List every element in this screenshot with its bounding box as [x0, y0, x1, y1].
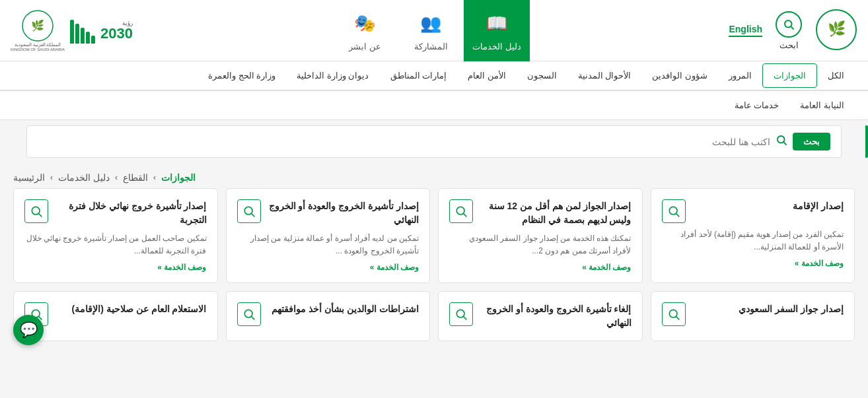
- card-desc-2: تمكنك هذه الخدمة من إصدار جواز السفر الس…: [449, 232, 632, 257]
- nav-bar-item-niyaba[interactable]: النيابة العامة: [789, 94, 855, 117]
- nav-bar-item-muroor[interactable]: المرور: [718, 64, 762, 87]
- breadcrumb-sep-2: ›: [115, 173, 118, 182]
- nav-item-daleel-label-active: دليل الخدمات: [472, 42, 521, 51]
- search-icon: [776, 11, 802, 38]
- bars-chart: [70, 17, 95, 44]
- card-istialam-salahiya: الاستعلام العام عن صلاحية (الإقامة): [13, 291, 218, 341]
- people-icon: 👥: [417, 10, 445, 38]
- nav-bar-item-wafideen[interactable]: شؤون الوافدين: [641, 64, 718, 87]
- card-title-4: إصدار تأشيرة خروج نهائي خلال فترة التجرب…: [54, 199, 207, 227]
- header: 🌿 ابحث English 📖 دليل الخدمات 📖 دليل الخ…: [0, 0, 868, 61]
- card-header-8: الاستعلام العام عن صلاحية (الإقامة): [24, 302, 207, 326]
- nav-bar-item-amn[interactable]: الأمن العام: [457, 64, 517, 87]
- nav-bar-item-hajj[interactable]: وزارة الحج والعمرة: [198, 64, 286, 87]
- float-chat-button[interactable]: 💬: [13, 315, 44, 345]
- chat-icon: 💬: [20, 321, 38, 339]
- search-glass-icon: [776, 134, 787, 149]
- svg-line-21: [251, 317, 254, 320]
- card-title-1: إصدار الإقامة: [691, 199, 844, 213]
- card-isdar-iqama: إصدار الإقامة تمكين الفرد من إصدار هوية …: [651, 188, 855, 283]
- search-submit-button[interactable]: بحث: [793, 133, 830, 150]
- bar-5: [70, 20, 74, 44]
- svg-point-20: [244, 310, 252, 318]
- card-header-7: اشتراطات الوالدين بشأن أخذ موافقتهم: [237, 302, 419, 326]
- card-header-3: إصدار تأشيرة الخروج والعودة أو الخروج ال…: [237, 199, 419, 227]
- card-title-7: اشتراطات الوالدين بشأن أخذ موافقتهم: [266, 302, 419, 316]
- search-input[interactable]: [38, 137, 770, 147]
- cards-grid: إصدار الإقامة تمكين الفرد من إصدار هوية …: [0, 188, 868, 354]
- book-icon-active: 📖: [483, 10, 511, 38]
- card-title-3: إصدار تأشيرة الخروج والعودة أو الخروج ال…: [266, 199, 419, 227]
- svg-point-6: [778, 136, 785, 143]
- breadcrumb-sep-1: ›: [50, 173, 53, 182]
- card-desc-4: تمكين صاحب العمل من إصدار تأشيرة خروج نه…: [24, 232, 207, 257]
- svg-line-7: [783, 142, 786, 145]
- svg-line-3: [791, 26, 793, 29]
- card-jawaz-saudiyy: إصدار جواز السفر السعودي: [651, 291, 855, 341]
- breadcrumb-home[interactable]: الرئيسية: [13, 172, 45, 183]
- svg-point-16: [669, 310, 677, 318]
- search-button[interactable]: ابحث: [776, 11, 802, 50]
- nav-bar-item-kull[interactable]: الكل: [817, 64, 855, 87]
- search-label: ابحث: [779, 40, 799, 50]
- nav-item-active-daleel[interactable]: 📖 دليل الخدمات: [464, 0, 530, 61]
- card-header-4: إصدار تأشيرة خروج نهائي خلال فترة التجرب…: [24, 199, 207, 227]
- svg-line-13: [251, 214, 254, 217]
- header-nav: 📖 دليل الخدمات 📖 دليل الخدمات 👥 المشاركة…: [332, 0, 530, 61]
- card-desc-3: تمكين من لديه أفراد أسرة أو عمالة منزلية…: [237, 232, 419, 257]
- english-link[interactable]: English: [729, 24, 762, 37]
- vision-logos: رؤية 2030 🌿 المملكة العربية السعودية KIN…: [11, 9, 133, 51]
- absher-icon: 🎭: [351, 10, 379, 38]
- card-link-1[interactable]: وصف الخدمة »: [662, 259, 844, 268]
- nav-bar-item-sujoon[interactable]: السجون: [517, 64, 567, 87]
- breadcrumb: الجوازات › القطاع › دليل الخدمات › الرئي…: [0, 163, 868, 188]
- header-right-section: 🌿 ابحث English: [729, 9, 857, 53]
- svg-point-8: [669, 207, 677, 215]
- nav-item-musharaka[interactable]: 👥 المشاركة: [398, 0, 464, 61]
- card-istitratat-walidain: اشتراطات الوالدين بشأن أخذ موافقتهم: [226, 291, 431, 341]
- ksa-logo: 🌿 المملكة العربية السعودية KINGDOM OF SA…: [11, 9, 65, 51]
- card-desc-1: تمكين الفرد من إصدار هوية مقيم (إقامة) ل…: [662, 228, 844, 253]
- bar-4: [75, 24, 79, 44]
- svg-point-12: [244, 207, 252, 215]
- ksa-label: المملكة العربية السعودية: [15, 42, 61, 48]
- nav-item-absher[interactable]: 🎭 عن ابشر: [332, 0, 398, 61]
- nav-bar-item-khadamat[interactable]: خدمات عامة: [724, 94, 790, 117]
- svg-point-2: [785, 20, 792, 28]
- card-icon-4: [24, 199, 48, 223]
- nav-bar-item-jawazat[interactable]: الجوازات: [762, 63, 817, 88]
- search-wrapper: بحث: [13, 125, 855, 158]
- card-link-3[interactable]: وصف الخدمة »: [237, 263, 419, 272]
- card-header-2: إصدار الجواز لمن هم أقل من 12 سنة وليس ل…: [449, 199, 632, 227]
- card-header-5: إصدار جواز السفر السعودي: [662, 302, 844, 326]
- vision-text-block: رؤية 2030: [100, 20, 133, 41]
- card-link-2[interactable]: وصف الخدمة »: [449, 263, 632, 272]
- card-title-5: إصدار جواز السفر السعودي: [691, 302, 844, 316]
- card-title-2: إصدار الجواز لمن هم أقل من 12 سنة وليس ل…: [478, 199, 632, 227]
- svg-line-15: [39, 214, 42, 217]
- breadcrumb-jawazat: الجوازات: [161, 172, 196, 183]
- svg-line-19: [464, 317, 467, 320]
- nav-bar-item-diwan[interactable]: ديوان وزارة الداخلية: [286, 64, 379, 87]
- ksa-sublabel: KINGDOM OF SAUDI ARABIA: [11, 48, 65, 51]
- search-area: بحث: [26, 125, 842, 158]
- svg-point-14: [32, 207, 40, 215]
- nav-bar-item-imaarat[interactable]: إمارات المناطق: [380, 64, 458, 87]
- card-link-4[interactable]: وصف الخدمة »: [24, 263, 207, 272]
- nav-bar-item-ahwal[interactable]: الأحوال المدنية: [567, 64, 642, 87]
- breadcrumb-daleel[interactable]: دليل الخدمات: [58, 172, 110, 183]
- card-tashira-khurooj: إصدار تأشيرة الخروج والعودة أو الخروج ال…: [226, 188, 431, 283]
- card-icon-5: [662, 302, 686, 326]
- card-icon-3: [237, 199, 261, 223]
- svg-point-10: [456, 207, 464, 215]
- nav-bar-second: النيابة العامة خدمات عامة: [0, 91, 868, 120]
- card-icon-1: [662, 199, 686, 223]
- breadcrumb-qitaa[interactable]: القطاع: [123, 172, 148, 183]
- bar-2: [86, 32, 90, 44]
- vision-number: 2030: [100, 26, 133, 41]
- nav-bar: الكل الجوازات المرور شؤون الوافدين الأحو…: [0, 61, 868, 91]
- svg-text:🌿: 🌿: [828, 20, 846, 38]
- svg-point-18: [456, 310, 464, 318]
- bar-3: [81, 28, 85, 44]
- svg-line-11: [464, 214, 467, 217]
